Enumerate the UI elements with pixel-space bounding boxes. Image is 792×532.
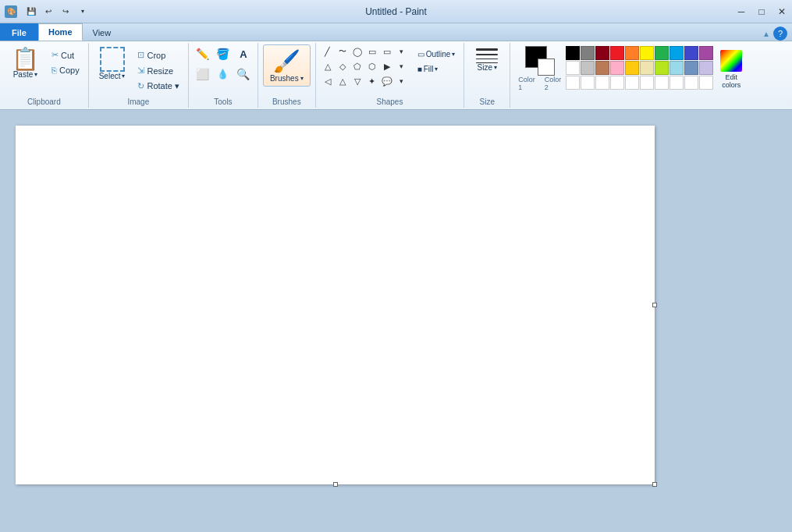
resize-icon: ⇲ [137, 66, 144, 76]
image-label: Image [94, 98, 183, 106]
window-title: Untitled - Paint [365, 6, 427, 17]
palette-color-21[interactable] [581, 76, 595, 90]
brushes-button[interactable]: 🖌️ Brushes▾ [263, 44, 311, 87]
rect-shape[interactable]: ▭ [365, 44, 379, 59]
expand-shapes-3[interactable]: ▾ [395, 74, 409, 88]
palette-color-19[interactable] [699, 61, 713, 75]
canvas-area[interactable] [0, 110, 792, 532]
palette-color-24[interactable] [625, 76, 639, 90]
color2-swatch[interactable] [538, 59, 555, 76]
palette-color-28[interactable] [684, 76, 698, 90]
palette-color-8[interactable] [684, 46, 698, 60]
four-point-shape[interactable]: ✦ [365, 74, 379, 88]
resize-button[interactable]: ⇲ Resize [133, 63, 183, 78]
image-content: Select▾ ⊡ Crop ⇲ Resize ↻ Rotate ▾ [94, 44, 183, 96]
copy-button[interactable]: ⎘ Copy [48, 63, 83, 77]
fill-button[interactable]: 🪣 [214, 44, 233, 63]
hex-shape[interactable]: ⬡ [365, 59, 379, 73]
right-arrow-shape[interactable]: ▶ [380, 59, 394, 73]
palette-color-16[interactable] [655, 61, 669, 75]
palette-color-5[interactable] [640, 46, 654, 60]
canvas-handle-right[interactable] [652, 303, 657, 307]
text-button[interactable]: A [234, 44, 253, 63]
cut-button[interactable]: ✂ Cut [48, 48, 83, 62]
expand-shapes-2[interactable]: ▾ [395, 59, 409, 73]
drawing-canvas[interactable] [16, 126, 655, 484]
tab-home[interactable]: Home [38, 23, 83, 41]
undo-button[interactable]: ↩ [41, 4, 56, 20]
up-arrow-shape[interactable]: △ [336, 74, 350, 88]
maximize-button[interactable]: □ [751, 4, 772, 20]
oval-shape[interactable]: ◯ [350, 44, 364, 59]
rotate-button[interactable]: ↻ Rotate ▾ [133, 79, 183, 94]
canvas-handle-corner[interactable] [652, 482, 657, 487]
palette-color-6[interactable] [655, 46, 669, 60]
colors-palette [566, 46, 713, 90]
paste-icon: 📋 [12, 48, 39, 70]
size-button[interactable]: Size▾ [469, 44, 505, 76]
pencil-button[interactable]: ✏️ [194, 44, 212, 63]
palette-color-4[interactable] [625, 46, 639, 60]
save-button[interactable]: 💾 [23, 4, 39, 20]
shapes-row-2: △ ◇ ⬠ ⬡ ▶ ▾ [321, 59, 409, 73]
brushes-group: 🖌️ Brushes▾ Brushes [258, 43, 316, 108]
canvas-handle-bottom[interactable] [333, 482, 338, 487]
palette-color-25[interactable] [640, 76, 654, 90]
palette-color-18[interactable] [684, 61, 698, 75]
ribbon-collapse-button[interactable]: ▲ [762, 30, 770, 38]
palette-color-23[interactable] [610, 76, 624, 90]
callout-shape[interactable]: 💬 [380, 74, 394, 88]
close-button[interactable]: ✕ [772, 4, 792, 20]
fill-shape-button[interactable]: ■ Fill ▾ [414, 62, 460, 76]
expand-shapes-1[interactable]: ▾ [395, 44, 409, 59]
palette-color-12[interactable] [595, 61, 609, 75]
edit-colors-button[interactable]: Editcolors [715, 46, 748, 93]
redo-button[interactable]: ↪ [58, 4, 73, 20]
curve-shape[interactable]: 〜 [336, 44, 350, 59]
palette-color-11[interactable] [581, 61, 595, 75]
down-arrow-shape[interactable]: ▽ [350, 74, 364, 88]
pentagon-shape[interactable]: ⬠ [350, 59, 364, 73]
palette-color-29[interactable] [699, 76, 713, 90]
shapes-group: ╱ 〜 ◯ ▭ ▭ ▾ △ ◇ ⬠ ⬡ ▶ ▾ ◁ △ [316, 43, 465, 108]
palette-color-3[interactable] [610, 46, 624, 60]
line-shape[interactable]: ╱ [321, 44, 335, 59]
palette-color-22[interactable] [595, 76, 609, 90]
color-picker-button[interactable]: 💧 [214, 65, 233, 83]
scissors-icon: ✂ [51, 50, 59, 60]
size-line-2 [476, 54, 498, 55]
palette-color-17[interactable] [669, 61, 684, 75]
round-rect-shape[interactable]: ▭ [380, 44, 394, 59]
palette-color-10[interactable] [566, 61, 580, 75]
left-arrow-shape[interactable]: ◁ [321, 74, 335, 88]
palette-color-2[interactable] [595, 46, 609, 60]
palette-color-7[interactable] [669, 46, 684, 60]
palette-color-1[interactable] [581, 46, 595, 60]
select-button[interactable]: Select▾ [94, 44, 131, 83]
paste-button[interactable]: 📋 Paste▾ [5, 44, 46, 83]
palette-color-27[interactable] [669, 76, 684, 90]
eraser-button[interactable]: ⬜ [194, 65, 212, 83]
palette-color-15[interactable] [640, 61, 654, 75]
tab-view[interactable]: View [83, 23, 122, 41]
palette-color-0[interactable] [566, 46, 580, 60]
qat-expand-button[interactable]: ▾ [75, 4, 91, 20]
select-label: Select▾ [99, 72, 126, 80]
palette-color-13[interactable] [610, 61, 624, 75]
crop-button[interactable]: ⊡ Crop [133, 48, 183, 62]
magnifier-button[interactable]: 🔍 [234, 65, 253, 83]
help-button[interactable]: ? [773, 27, 787, 41]
outline-button[interactable]: ▭ Outline ▾ [414, 48, 460, 61]
palette-color-14[interactable] [625, 61, 639, 75]
palette-color-26[interactable] [655, 76, 669, 90]
brushes-label: Brushes▾ [270, 74, 304, 83]
clipboard-small-buttons: ✂ Cut ⎘ Copy [48, 48, 83, 77]
brushes-content: 🖌️ Brushes▾ [263, 44, 311, 96]
tools-content: ✏️ 🪣 A ⬜ 💧 🔍 [194, 44, 253, 96]
minimize-button[interactable]: ─ [731, 4, 751, 20]
tab-file[interactable]: File [0, 23, 38, 41]
diamond-shape[interactable]: ◇ [336, 59, 350, 73]
palette-color-20[interactable] [566, 76, 580, 90]
triangle-shape[interactable]: △ [321, 59, 335, 73]
palette-color-9[interactable] [699, 46, 713, 60]
